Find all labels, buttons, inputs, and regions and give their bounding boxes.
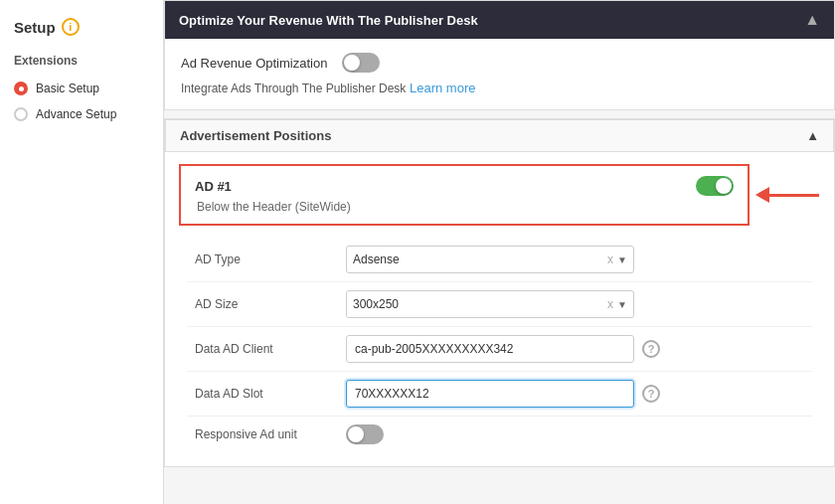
publisher-desk-title: Optimize Your Revenue With The Publisher… — [179, 13, 478, 28]
ad-revenue-toggle-row: Ad Revenue Optimization — [181, 53, 818, 73]
ad-type-select[interactable]: Adsense x ▼ — [346, 246, 634, 273]
ad1-title: AD #1 — [195, 179, 684, 194]
ad-size-select[interactable]: 300x250 x ▼ — [346, 290, 634, 318]
integrate-ads-text: Integrate Ads Through The Publisher Desk — [181, 82, 406, 95]
ad-positions-body: AD #1 Below the Header (SiteWide) — [165, 152, 834, 466]
info-icon[interactable]: i — [62, 18, 80, 36]
ad-size-arrow-icon[interactable]: ▼ — [617, 299, 627, 310]
ad-size-control: 300x250 x ▼ — [346, 290, 634, 318]
collapse-icon-top[interactable]: ▲ — [804, 11, 820, 29]
data-ad-client-control — [346, 335, 634, 363]
ad-type-control: Adsense x ▼ — [346, 246, 634, 273]
ad1-header: AD #1 — [195, 176, 734, 196]
red-arrow-container — [755, 187, 820, 203]
data-ad-slot-input[interactable] — [346, 380, 634, 408]
responsive-ad-unit-toggle[interactable] — [346, 424, 384, 444]
responsive-ad-unit-track[interactable] — [346, 424, 384, 444]
ad1-toggle[interactable] — [696, 176, 734, 196]
sidebar-item-label-advance: Advance Setup — [36, 107, 116, 121]
ad-size-label: AD Size — [187, 297, 346, 311]
data-ad-client-row: Data AD Client ? — [187, 327, 812, 372]
sidebar-header: Setup i — [0, 12, 163, 50]
ad-type-row: AD Type Adsense x ▼ — [187, 238, 812, 282]
data-ad-client-input[interactable] — [346, 335, 634, 363]
ad-positions-card: Advertisement Positions ▲ AD #1 Below th… — [164, 118, 835, 467]
radio-basic-setup — [14, 82, 28, 95]
data-ad-slot-control — [346, 380, 634, 408]
learn-more-link[interactable]: Learn more — [410, 81, 475, 95]
data-ad-slot-label: Data AD Slot — [187, 387, 346, 401]
responsive-ad-unit-label: Responsive Ad unit — [187, 427, 346, 441]
responsive-ad-unit-thumb — [348, 426, 364, 442]
ad-form: AD Type Adsense x ▼ AD Size 300x25 — [179, 238, 820, 452]
radio-advance-setup — [14, 107, 28, 121]
ad-type-label: AD Type — [187, 252, 346, 266]
ad1-box: AD #1 Below the Header (SiteWide) — [179, 164, 750, 226]
data-ad-slot-row: Data AD Slot ? — [187, 372, 812, 417]
integrate-text: Integrate Ads Through The Publisher Desk… — [181, 81, 818, 95]
ad-type-value: Adsense — [353, 252, 607, 266]
data-ad-client-label: Data AD Client — [187, 342, 346, 356]
responsive-ad-unit-row: Responsive Ad unit — [187, 417, 812, 452]
extensions-section-title: Extensions — [0, 50, 163, 76]
sidebar-item-label-basic: Basic Setup — [36, 82, 99, 95]
ad1-subtitle: Below the Header (SiteWide) — [195, 200, 734, 214]
ad-revenue-toggle[interactable] — [342, 53, 380, 73]
main-content: Optimize Your Revenue With The Publisher… — [164, 0, 835, 504]
sidebar-item-basic-setup[interactable]: Basic Setup — [0, 76, 163, 101]
ad-size-row: AD Size 300x250 x ▼ — [187, 282, 812, 327]
ad1-toggle-thumb — [716, 178, 732, 194]
responsive-ad-unit-control — [346, 424, 634, 444]
ad-positions-header: Advertisement Positions ▲ — [165, 119, 834, 152]
ad-positions-title: Advertisement Positions — [180, 128, 331, 143]
collapse-icon-ad-positions[interactable]: ▲ — [806, 128, 819, 143]
ad-revenue-label: Ad Revenue Optimization — [181, 56, 330, 71]
ad-type-clear-icon[interactable]: x — [607, 252, 613, 266]
data-ad-slot-help-icon[interactable]: ? — [642, 385, 660, 403]
sidebar: Setup i Extensions Basic Setup Advance S… — [0, 0, 164, 504]
ad-type-arrow-icon[interactable]: ▼ — [617, 254, 627, 265]
publisher-desk-card: Optimize Your Revenue With The Publisher… — [164, 0, 835, 110]
ad-revenue-toggle-track[interactable] — [342, 53, 380, 73]
ad-size-value: 300x250 — [353, 297, 607, 311]
sidebar-item-advance-setup[interactable]: Advance Setup — [0, 101, 163, 127]
sidebar-title: Setup — [14, 19, 56, 36]
arrow-line — [769, 194, 819, 197]
publisher-desk-body: Ad Revenue Optimization Integrate Ads Th… — [165, 39, 834, 109]
publisher-desk-header: Optimize Your Revenue With The Publisher… — [165, 1, 834, 39]
data-ad-client-help-icon[interactable]: ? — [642, 340, 660, 358]
ad-revenue-toggle-thumb — [344, 55, 360, 71]
ad-size-clear-icon[interactable]: x — [607, 297, 613, 311]
arrow-head-icon — [755, 187, 769, 203]
ad1-toggle-track[interactable] — [696, 176, 734, 196]
